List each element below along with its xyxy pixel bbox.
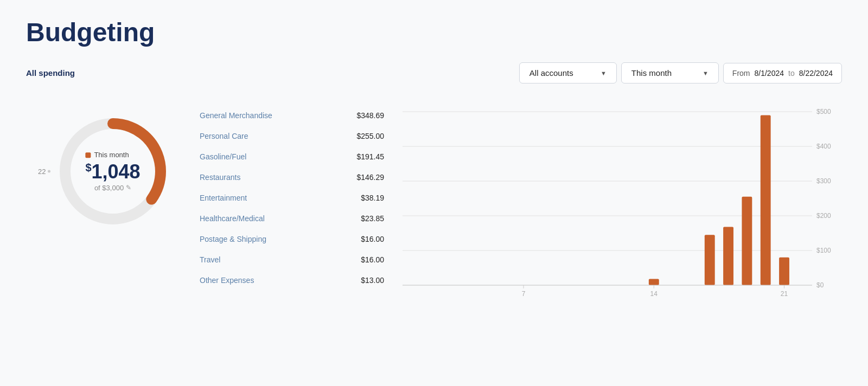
chevron-down-icon: ▼ [601,70,607,76]
svg-rect-18 [761,115,771,285]
list-item: General Merchandise $348.69 [200,105,384,126]
date-range-box: From 8/1/2024 to 8/22/2024 [723,63,842,83]
period-dropdown-label: This month [631,68,672,78]
svg-text:$400: $400 [816,143,831,150]
bar-chart-section: $0$100$200$300$400$50071421 [384,101,842,312]
category-amount: $16.00 [361,255,384,264]
svg-text:$0: $0 [816,281,824,289]
category-amount: $16.00 [361,235,384,243]
category-amount: $191.45 [356,152,384,161]
svg-text:$300: $300 [816,177,831,185]
tick-dot [48,170,50,173]
category-amount: $146.29 [356,173,384,182]
list-item: Gasoline/Fuel $191.45 [200,146,384,167]
list-item: Other Expenses $13.00 [200,270,384,291]
svg-rect-14 [649,279,659,285]
svg-rect-15 [705,235,715,285]
svg-text:21: 21 [781,290,788,298]
list-item: Personal Care $255.00 [200,126,384,146]
category-name: General Merchandise [200,111,272,120]
svg-rect-19 [779,258,789,285]
svg-text:14: 14 [650,290,658,298]
category-name: Travel [200,255,220,264]
svg-text:$500: $500 [816,108,831,115]
category-amount: $348.69 [356,111,384,120]
donut-section: 22 This month $1,048 [26,101,200,231]
category-amount: $255.00 [356,132,384,140]
category-name: Personal Care [200,132,248,140]
controls-row: All spending All accounts ▼ This month ▼… [26,62,842,83]
list-item: Postage & Shipping $16.00 [200,229,384,249]
category-amount: $38.19 [361,194,384,202]
from-label: From [732,69,750,78]
category-name: Restaurants [200,173,240,182]
from-date: 8/1/2024 [755,69,784,78]
category-name: Entertainment [200,194,247,202]
period-dropdown[interactable]: This month ▼ [621,62,719,83]
to-date: 8/22/2024 [799,69,833,78]
accounts-dropdown-label: All accounts [529,68,573,78]
category-amount: $13.00 [361,276,384,285]
svg-text:7: 7 [522,290,526,298]
page-title: Budgeting [26,17,842,47]
donut-chart: This month $1,048 of $3,000 ✎ [53,112,173,231]
category-name: Postage & Shipping [200,235,266,243]
category-name: Gasoline/Fuel [200,152,246,161]
category-name: Other Expenses [200,276,254,285]
donut-svg [53,112,173,231]
to-label: to [788,69,795,78]
spending-list: General Merchandise $348.69 Personal Car… [200,101,384,291]
category-amount: $23.85 [361,214,384,223]
all-spending-label: All spending [26,68,75,78]
category-name: Healthcare/Medical [200,214,265,223]
chevron-down-icon: ▼ [703,70,709,76]
svg-text:$200: $200 [816,212,831,220]
tick-label: 22 [38,168,50,176]
svg-rect-16 [723,227,733,285]
list-item: Travel $16.00 [200,249,384,270]
list-item: Healthcare/Medical $23.85 [200,208,384,229]
bar-chart-container: $0$100$200$300$400$50071421 [397,101,842,312]
list-item: Entertainment $38.19 [200,188,384,208]
svg-rect-17 [742,197,752,285]
svg-text:$100: $100 [816,247,831,254]
accounts-dropdown[interactable]: All accounts ▼ [519,62,617,83]
list-item: Restaurants $146.29 [200,167,384,188]
main-content: 22 This month $1,048 [26,101,842,312]
